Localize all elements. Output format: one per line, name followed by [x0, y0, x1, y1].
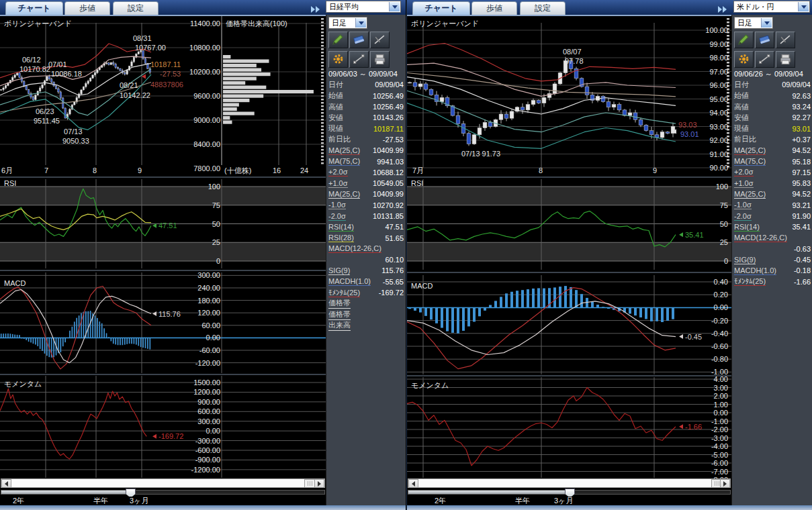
trend-line-button[interactable]	[349, 51, 369, 68]
info-row: RSI(14)47.51	[326, 221, 406, 232]
indicator-link[interactable]: MA(75,C)	[734, 157, 766, 166]
period-select[interactable]: 日足	[734, 17, 773, 29]
tab-tick[interactable]: 歩値	[64, 1, 110, 15]
scroll-right-button[interactable]	[314, 479, 324, 488]
tab-chart[interactable]: チャート	[412, 1, 470, 15]
svg-text:10800.00: 10800.00	[189, 44, 220, 52]
indicator-link[interactable]: MA(75,C)	[328, 157, 360, 166]
indicator-link[interactable]: +2.0σ	[734, 168, 754, 176]
svg-text:-169.72: -169.72	[159, 432, 183, 440]
indicator-link[interactable]: -2.0σ	[328, 212, 346, 221]
info-value: 93.21	[792, 201, 811, 209]
info-value: 95.18	[792, 158, 811, 166]
indicator-link[interactable]: +1.0σ	[328, 179, 348, 188]
pencil-button[interactable]	[328, 32, 348, 48]
more-tabs-icon[interactable]	[718, 3, 731, 11]
info-row: RSI(14)35.41	[732, 221, 812, 232]
indicator-link[interactable]: RSI(14)	[328, 223, 354, 232]
indicator-link[interactable]: MACD(12-26,C)	[328, 244, 381, 253]
indicator-link[interactable]: SIG(9)	[328, 266, 350, 275]
scroll-right-button[interactable]	[720, 479, 730, 488]
tab-chart[interactable]: チャート	[5, 1, 63, 15]
range-presets: 2年半年3ヶ月	[408, 497, 731, 505]
indicator-link[interactable]: -2.0σ	[734, 212, 752, 221]
indicator-link[interactable]: MA(25,C)	[734, 146, 766, 155]
printer-button[interactable]	[776, 51, 795, 68]
pencil-icon	[736, 34, 752, 46]
gear-button[interactable]	[734, 51, 754, 68]
indicator-link[interactable]: MACD(12-26,C)	[734, 234, 787, 242]
info-label: 現値	[328, 123, 343, 134]
info-value: 10409.99	[373, 190, 404, 198]
svg-text:24: 24	[300, 166, 308, 174]
zoom-slider[interactable]	[408, 488, 731, 497]
svg-text:0: 0	[216, 257, 220, 265]
h-scrollbar[interactable]	[1, 478, 325, 488]
line-slash-button[interactable]	[370, 32, 390, 48]
trend-line-button[interactable]	[755, 51, 774, 68]
gear-button[interactable]	[328, 51, 348, 68]
indicator-link[interactable]: MACDH(1.0)	[734, 266, 776, 275]
indicator-link[interactable]: -1.0σ	[734, 201, 752, 209]
indicator-link[interactable]: 価格帯	[328, 309, 351, 320]
svg-text:100: 100	[208, 183, 220, 191]
range-preset-3[interactable]: 3ヶ月	[554, 497, 573, 505]
tab-settings[interactable]: 設定	[520, 1, 566, 15]
printer-button[interactable]	[370, 51, 390, 68]
indicator-link[interactable]: SIG(9)	[734, 256, 756, 264]
indicator-link[interactable]: MA(25,C)	[328, 190, 360, 199]
indicator-link[interactable]: -1.0σ	[328, 201, 346, 209]
info-row: MACDH(1.0)-0.18	[732, 265, 812, 276]
svg-text:4.00: 4.00	[714, 375, 728, 383]
indicator-link[interactable]: RSI(14)	[734, 223, 760, 232]
dropdown-arrow-icon[interactable]	[355, 18, 366, 28]
h-scrollbar[interactable]	[408, 478, 731, 488]
info-row: 始値92.63	[732, 91, 812, 101]
range-preset-3[interactable]: 3ヶ月	[130, 497, 148, 505]
indicator-link[interactable]: 価格帯	[328, 298, 351, 309]
quote-info-list: 09/06/26 ～ 09/09/04日付09/09/04始値92.63高値93…	[732, 68, 812, 287]
svg-text:10187.11: 10187.11	[150, 60, 181, 68]
info-value: 92.63	[792, 92, 811, 100]
indicator-link[interactable]: MA(25,C)	[328, 146, 360, 155]
info-row: SIG(9)-0.45	[732, 254, 812, 265]
info-row: MA(25,C)94.52	[732, 145, 812, 156]
tab-settings[interactable]: 設定	[113, 1, 159, 15]
dropdown-arrow-icon[interactable]	[389, 2, 400, 11]
eraser-button[interactable]	[349, 32, 369, 48]
line-slash-button[interactable]	[776, 32, 795, 48]
scroll-left-button[interactable]	[408, 479, 418, 488]
indicator-link[interactable]: +1.0σ	[734, 179, 754, 188]
range-preset-1[interactable]: 2年	[435, 497, 446, 505]
svg-text:94.00: 94.00	[709, 109, 728, 117]
svg-text:-3.00: -3.00	[711, 434, 728, 442]
info-row: 09/06/26 ～ 09/09/04	[732, 68, 812, 79]
indicator-link[interactable]: 出来高	[328, 320, 351, 331]
indicator-link[interactable]: MACDH(1.0)	[328, 277, 371, 286]
tab-tick[interactable]: 歩値	[471, 1, 517, 15]
indicator-link[interactable]: RSI(28)	[328, 234, 354, 242]
symbol-select[interactable]: 日経平均	[326, 1, 401, 13]
dropdown-arrow-icon[interactable]	[798, 2, 809, 11]
range-preset-2[interactable]: 半年	[515, 497, 530, 505]
dropdown-arrow-icon[interactable]	[761, 18, 772, 28]
svg-text:75: 75	[212, 201, 220, 209]
info-row: RSI(28)51.65	[326, 232, 406, 243]
svg-text:ボリンジャーバンド: ボリンジャーバンド	[4, 19, 72, 28]
eraser-button[interactable]	[755, 32, 774, 48]
pencil-button[interactable]	[734, 32, 754, 48]
svg-text:10170.82: 10170.82	[19, 65, 50, 73]
indicator-link[interactable]: ﾓﾒﾝﾀﾑ(25)	[734, 277, 766, 286]
indicator-link[interactable]: MA(25,C)	[734, 190, 766, 199]
more-tabs-icon[interactable]	[311, 3, 324, 11]
svg-text:0: 0	[724, 257, 728, 265]
symbol-select[interactable]: 米ドル・円	[733, 1, 810, 13]
info-value: 91.90	[792, 212, 811, 220]
period-select[interactable]: 日足	[328, 17, 367, 29]
range-preset-1[interactable]: 2年	[13, 497, 24, 505]
zoom-slider[interactable]	[1, 488, 325, 497]
range-preset-2[interactable]: 半年	[93, 497, 108, 505]
indicator-link[interactable]: ﾓﾒﾝﾀﾑ(25)	[328, 289, 360, 297]
indicator-link[interactable]: +2.0σ	[328, 168, 348, 176]
scroll-left-button[interactable]	[1, 479, 11, 488]
